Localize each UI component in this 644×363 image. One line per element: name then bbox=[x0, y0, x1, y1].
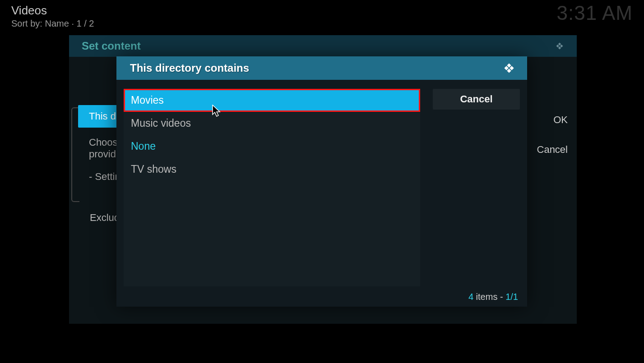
svg-rect-6 bbox=[504, 66, 508, 70]
footer-label: items - bbox=[473, 292, 505, 302]
set-content-title: Set content bbox=[82, 40, 141, 52]
content-type-music-videos[interactable]: Music videos bbox=[124, 112, 420, 135]
svg-rect-0 bbox=[558, 43, 561, 46]
top-bar: Videos Sort by: Name · 1 / 2 3:31 AM bbox=[11, 4, 633, 29]
svg-rect-2 bbox=[556, 45, 559, 47]
cancel-button[interactable]: Cancel bbox=[433, 89, 520, 110]
kodi-logo-icon bbox=[551, 38, 568, 54]
svg-rect-4 bbox=[507, 63, 511, 67]
screen-title: Videos bbox=[11, 4, 94, 18]
content-type-none[interactable]: None bbox=[124, 135, 420, 158]
directory-contains-header: This directory contains bbox=[116, 56, 527, 80]
content-type-tv-shows[interactable]: TV shows bbox=[124, 158, 420, 181]
svg-rect-1 bbox=[560, 45, 563, 47]
list-footer: 4 items - 1/1 bbox=[116, 292, 527, 307]
directory-contains-dialog: This directory contains Movies Music vid… bbox=[116, 56, 527, 307]
footer-count: 4 bbox=[468, 292, 473, 302]
set-content-header: Set content bbox=[69, 35, 577, 57]
directory-contains-title: This directory contains bbox=[130, 62, 249, 74]
clock: 3:31 AM bbox=[557, 2, 633, 24]
svg-rect-5 bbox=[510, 66, 514, 70]
content-type-list: Movies Music videos None TV shows bbox=[124, 89, 420, 286]
content-type-movies[interactable]: Movies bbox=[124, 89, 420, 112]
sort-info: Sort by: Name · 1 / 2 bbox=[11, 18, 94, 29]
kodi-logo-icon bbox=[500, 59, 518, 77]
footer-page: 1/1 bbox=[505, 292, 518, 302]
svg-rect-7 bbox=[507, 69, 511, 73]
svg-rect-3 bbox=[558, 46, 561, 49]
